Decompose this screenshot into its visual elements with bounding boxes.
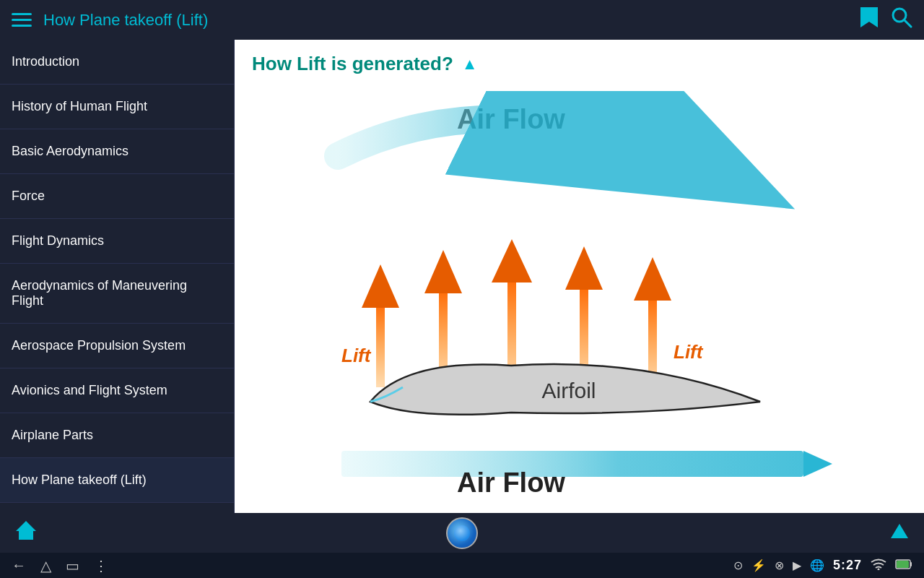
svg-point-23 <box>878 568 880 570</box>
usb-icon: ⚡ <box>751 558 766 572</box>
hamburger-menu-button[interactable] <box>12 13 32 27</box>
lift-diagram-svg: Air Flow <box>298 91 861 496</box>
sidebar-item-avionics[interactable]: Avionics and Flight System <box>0 368 234 413</box>
home-nav-icon[interactable]: △ <box>40 557 51 574</box>
nav-icons: ← △ ▭ ⋮ <box>12 557 108 574</box>
app-logo <box>446 517 478 549</box>
home-button[interactable] <box>14 519 38 546</box>
svg-marker-8 <box>424 250 462 293</box>
svg-line-1 <box>905 20 911 27</box>
svg-marker-21 <box>16 521 36 540</box>
sidebar-item-flight-dynamics[interactable]: Flight Dynamics <box>0 219 234 264</box>
content-header: How Lift is generated? ▲ <box>235 40 924 84</box>
diagram-area: Air Flow <box>235 84 924 510</box>
sidebar-item-airplane-parts[interactable]: Airplane Parts <box>0 413 234 458</box>
svg-text:Air Flow: Air Flow <box>457 467 565 496</box>
svg-marker-14 <box>634 257 671 301</box>
recents-nav-icon[interactable]: ▭ <box>66 557 79 574</box>
svg-rect-18 <box>341 451 803 477</box>
back-nav-icon[interactable]: ← <box>12 557 26 574</box>
app-title: How Plane takeoff (Lift) <box>43 11 847 30</box>
main-area: Introduction History of Human Flight Bas… <box>0 40 924 513</box>
svg-text:Lift: Lift <box>674 341 704 363</box>
scroll-up-button[interactable] <box>889 522 910 544</box>
android-icon: ⊙ <box>733 558 743 572</box>
svg-marker-6 <box>362 264 399 308</box>
sidebar-item-force[interactable]: Force <box>0 174 234 219</box>
logo-inner <box>454 525 470 541</box>
svg-marker-10 <box>492 239 532 282</box>
collapse-arrow-icon[interactable]: ▲ <box>462 55 478 74</box>
svg-marker-19 <box>803 451 832 477</box>
svg-marker-5 <box>376 301 385 387</box>
svg-marker-12 <box>565 246 603 290</box>
search-icon[interactable] <box>891 7 912 33</box>
dots-nav-icon[interactable]: ⋮ <box>94 557 108 574</box>
content-heading: How Lift is generated? <box>252 53 453 75</box>
status-bar: ← △ ▭ ⋮ ⊙ ⚡ ⊗ ▶ 🌐 5:27 <box>0 553 924 578</box>
sidebar-item-how-plane[interactable]: How Plane takeoff (Lift) <box>0 458 234 503</box>
sidebar-item-basic-aero[interactable]: Basic Aerodynamics <box>0 129 234 174</box>
top-bar-icons <box>859 6 912 34</box>
controller-icon: ⊗ <box>775 558 784 572</box>
battery-icon <box>895 559 912 572</box>
play-icon: ▶ <box>793 558 801 572</box>
status-time: 5:27 <box>833 558 862 573</box>
earth-icon: 🌐 <box>810 558 824 572</box>
svg-marker-22 <box>891 524 908 538</box>
wifi-icon <box>871 558 886 573</box>
svg-rect-26 <box>897 561 909 568</box>
svg-text:Lift: Lift <box>341 345 372 366</box>
bottom-bar <box>0 513 924 553</box>
content-panel: How Lift is generated? ▲ Air Flow <box>235 40 924 513</box>
top-bar: How Plane takeoff (Lift) <box>0 0 924 40</box>
sidebar-item-history[interactable]: History of Human Flight <box>0 85 234 129</box>
sidebar-item-introduction[interactable]: Introduction <box>0 40 234 85</box>
svg-text:Airfoil: Airfoil <box>541 379 596 402</box>
svg-rect-25 <box>910 562 912 566</box>
sidebar: Introduction History of Human Flight Bas… <box>0 40 235 513</box>
sidebar-item-propulsion[interactable]: Aerospace Propulsion System <box>0 324 234 368</box>
bookmark-icon[interactable] <box>859 6 879 34</box>
sidebar-item-maneuvering[interactable]: Aerodynamics of Maneuvering Flight <box>0 264 234 324</box>
